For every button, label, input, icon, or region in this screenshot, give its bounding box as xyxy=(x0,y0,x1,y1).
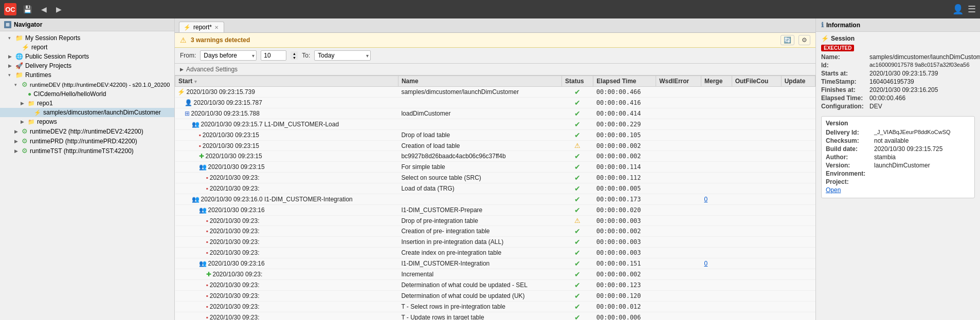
table-row[interactable]: ▪2020/10/30 09:23:Select on source table… xyxy=(175,173,815,183)
expand-icon[interactable]: ▶ xyxy=(21,119,26,124)
table-row[interactable]: 👥2020/10/30 09:23:16I1-DIM_CUSTOMER-Prep… xyxy=(175,205,815,216)
refresh-button[interactable]: 🔄 xyxy=(781,35,794,45)
tab-bar: ⚡ report* ✕ xyxy=(175,18,815,33)
tab-report[interactable]: ⚡ report* ✕ xyxy=(179,22,224,32)
cell-name: I1-DIM_CUSTOMER-Prepare xyxy=(398,205,561,216)
expand-icon[interactable]: ▶ xyxy=(14,148,20,154)
cell-outfile xyxy=(732,119,781,130)
expand-icon[interactable]: ▶ xyxy=(21,101,26,106)
info-row-finishes: Finishes at: 2020/10/30 09:23:16.205 xyxy=(821,86,975,93)
merge-link[interactable]: 0 xyxy=(704,196,708,203)
expand-spacer xyxy=(21,91,26,97)
spinner-down[interactable]: ▼ xyxy=(291,55,298,60)
table-row[interactable]: ✚2020/10/30 09:23:Incremental✔00:00:00.0… xyxy=(175,269,815,280)
status-check-icon: ✔ xyxy=(574,238,580,246)
open-link[interactable]: Open xyxy=(826,186,841,194)
menu-icon[interactable]: ☰ xyxy=(968,4,976,15)
row-icon: ▪ xyxy=(206,249,208,256)
runtimeTST-icon: ⚙ xyxy=(22,147,28,155)
table-row[interactable]: ▪2020/10/30 09:23:Creation of pre- integ… xyxy=(175,226,815,237)
nav-item-my-session-reports[interactable]: ▾ 📁 My Session Reports xyxy=(0,33,174,43)
expand-icon[interactable]: ▶ xyxy=(14,139,20,144)
cell-update xyxy=(781,291,815,302)
table-row[interactable]: ▪2020/10/30 09:23:Load of data (TRG)✔00:… xyxy=(175,183,815,194)
cell-wsdl xyxy=(656,312,701,321)
nav-item-launch-dim[interactable]: ⚡ samples/dimcustomer/launchDimCustomer xyxy=(0,108,174,117)
table-row[interactable]: ▪2020/10/30 09:23:T - Select rows in pre… xyxy=(175,302,815,312)
nav-item-delivery-projects[interactable]: ▶ 🚀 Delivery Projects xyxy=(0,61,174,70)
nav-item-report[interactable]: ⚡ report xyxy=(0,43,174,52)
cell-update xyxy=(781,173,815,183)
expand-icon[interactable]: ▶ xyxy=(8,54,13,59)
nav-item-runtimeDEV[interactable]: ▾ ⚙ runtimeDEV (http://runtimeDEV:42200)… xyxy=(0,80,174,89)
cell-outfile xyxy=(732,226,781,237)
expand-icon[interactable]: ▶ xyxy=(14,129,20,134)
col-name[interactable]: Name xyxy=(398,76,561,87)
table-row[interactable]: ▪2020/10/30 09:23:15Drop of load table✔0… xyxy=(175,130,815,141)
merge-link[interactable]: 0 xyxy=(704,260,708,267)
col-status: Status xyxy=(561,76,593,87)
nav-item-runtimePRD[interactable]: ▶ ⚙ runtimePRD (http://runtimePRD:42200) xyxy=(0,136,174,146)
cell-outfile xyxy=(732,108,781,119)
forward-button[interactable]: ▶ xyxy=(53,4,64,15)
expand-icon[interactable]: ▾ xyxy=(8,72,13,78)
save-button[interactable]: 💾 xyxy=(21,4,34,15)
cell-merge xyxy=(701,98,732,108)
nav-item-repo1[interactable]: ▶ 📁 repo1 xyxy=(0,99,174,108)
table-row[interactable]: ✚2020/10/30 09:23:15bc9927b8d26baadc4acb… xyxy=(175,151,815,162)
nav-item-runtimeDEV2[interactable]: ▶ ⚙ runtimeDEV2 (http://runtimeDEV2:4220… xyxy=(0,126,174,136)
cell-elapsed: 00:00:00.229 xyxy=(593,119,656,130)
table-row[interactable]: 👥2020/10/30 09:23:15.7 L1-DIM_CUSTOMER-L… xyxy=(175,119,815,130)
from-num-input[interactable] xyxy=(261,50,286,61)
cell-merge: 0 xyxy=(701,194,732,205)
col-start[interactable]: Start ▾ xyxy=(175,76,398,87)
table-row[interactable]: 👤2020/10/30 09:23:15.787✔00:00:00.416 xyxy=(175,98,815,108)
table-row[interactable]: 👥2020/10/30 09:23:16I1-DIM_CUSTOMER-Inte… xyxy=(175,258,815,269)
cell-start-text: 2020/10/30 09:23:15 xyxy=(208,163,265,171)
cell-merge xyxy=(701,302,732,312)
nav-item-runtimes[interactable]: ▾ 📁 Runtimes xyxy=(0,70,174,80)
green-circle-icon: ● xyxy=(28,90,31,98)
cell-outfile xyxy=(732,130,781,141)
cell-status: ✔ xyxy=(561,226,593,237)
row-icon: ▪ xyxy=(206,303,208,310)
cell-start: ▪2020/10/30 09:23: xyxy=(175,226,398,237)
table-row[interactable]: ▪2020/10/30 09:23:Drop of pre-integratio… xyxy=(175,216,815,226)
spinner-up[interactable]: ▲ xyxy=(291,51,298,55)
table-row[interactable]: ⚡2020/10/30 09:23:15.739samples/dimcusto… xyxy=(175,87,815,98)
table-row[interactable]: ▪2020/10/30 09:23:Create index on pre-in… xyxy=(175,248,815,258)
nav-item-runtimeTST[interactable]: ▶ ⚙ runtimeTST (http://runtimeTST:42200) xyxy=(0,146,174,156)
cell-start: ▪2020/10/30 09:23: xyxy=(175,173,398,183)
table-row[interactable]: ⊞2020/10/30 09:23:15.788loadDimCustomer✔… xyxy=(175,108,815,119)
nav-item-repows[interactable]: ▶ 📁 repows xyxy=(0,117,174,126)
settings-button[interactable]: ⚙ xyxy=(798,35,810,45)
table-row[interactable]: ▪2020/10/30 09:23:Determination of what … xyxy=(175,280,815,291)
status-warn-icon: ⚠ xyxy=(574,142,580,149)
cell-update xyxy=(781,141,815,151)
expand-icon[interactable]: ▾ xyxy=(14,82,20,87)
info-panel: ℹ Information ⚡ Session EXECUTED Name: s… xyxy=(815,18,980,320)
table-row[interactable]: ▪2020/10/30 09:23:Insertion in pre-integ… xyxy=(175,237,815,248)
expand-icon[interactable]: ▾ xyxy=(8,35,13,41)
to-select[interactable]: Today xyxy=(314,50,371,61)
table-row[interactable]: ▪2020/10/30 09:23:Determination of what … xyxy=(175,291,815,302)
table-row[interactable]: ▪2020/10/30 09:23:15Creation of load tab… xyxy=(175,141,815,151)
cell-update xyxy=(781,151,815,162)
from-select[interactable]: Days before xyxy=(200,50,257,61)
cell-start-text: 2020/10/30 09:23:16 xyxy=(208,206,265,214)
field-value: DEV xyxy=(869,103,882,110)
cell-start: ⚡2020/10/30 09:23:15.739 xyxy=(175,87,398,98)
table-row[interactable]: ▪2020/10/30 09:23:T - Update rows in tar… xyxy=(175,312,815,321)
app-logo[interactable]: OC xyxy=(4,3,16,15)
cell-update xyxy=(781,226,815,237)
advanced-settings-row[interactable]: ▶ Advanced Settings xyxy=(175,64,815,76)
nav-item-public-session-reports[interactable]: ▶ 🌐 Public Session Reports xyxy=(0,52,174,61)
filter-bar: From: Days before ▲ ▼ To: Today xyxy=(175,48,815,64)
user-icon[interactable]: 👤 xyxy=(952,4,964,15)
nav-item-cic-demo[interactable]: ● CICdemo/Hello/helloWorld xyxy=(0,89,174,99)
tab-close-button[interactable]: ✕ xyxy=(214,25,219,30)
table-row[interactable]: 👥2020/10/30 09:23:15For simple table✔00:… xyxy=(175,162,815,173)
back-button[interactable]: ◀ xyxy=(39,4,49,15)
table-row[interactable]: 👥2020/10/30 09:23:16.0 I1-DIM_CUSTOMER-I… xyxy=(175,194,815,205)
expand-icon[interactable]: ▶ xyxy=(8,63,13,68)
